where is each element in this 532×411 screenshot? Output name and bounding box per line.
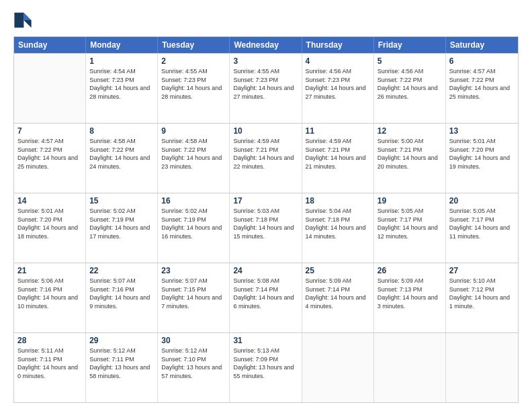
cell-info: Sunrise: 5:02 AM Sunset: 7:19 PM Dayligh… [89, 207, 154, 240]
cell-info: Sunrise: 4:57 AM Sunset: 7:22 PM Dayligh… [449, 67, 515, 101]
cell-info: Sunrise: 5:10 AM Sunset: 7:12 PM Dayligh… [449, 277, 515, 310]
cell-info: Sunrise: 5:05 AM Sunset: 7:17 PM Dayligh… [378, 207, 442, 240]
day-number: 9 [161, 126, 226, 136]
calendar-day-header: Thursday [302, 37, 374, 53]
day-number: 29 [89, 336, 154, 345]
calendar-day-header: Friday [374, 37, 446, 53]
cell-info: Sunrise: 5:07 AM Sunset: 7:15 PM Dayligh… [161, 277, 226, 310]
day-number: 21 [17, 266, 82, 275]
calendar-week-3: 14Sunrise: 5:01 AM Sunset: 7:20 PM Dayli… [14, 193, 518, 263]
table-row: 26Sunrise: 5:09 AM Sunset: 7:13 PM Dayli… [374, 263, 446, 332]
table-row: 12Sunrise: 5:00 AM Sunset: 7:21 PM Dayli… [374, 124, 446, 193]
cell-info: Sunrise: 4:54 AM Sunset: 7:23 PM Dayligh… [89, 67, 154, 101]
cell-info: Sunrise: 5:01 AM Sunset: 7:20 PM Dayligh… [449, 137, 515, 171]
day-number: 26 [378, 266, 442, 275]
day-number: 11 [306, 126, 370, 136]
svg-marker-1 [24, 20, 31, 28]
cell-info: Sunrise: 5:05 AM Sunset: 7:17 PM Dayligh… [449, 207, 515, 240]
day-number: 25 [306, 266, 370, 275]
cell-info: Sunrise: 5:12 AM Sunset: 7:11 PM Dayligh… [89, 347, 154, 380]
day-number: 23 [161, 266, 226, 275]
cell-info: Sunrise: 5:07 AM Sunset: 7:16 PM Dayligh… [89, 277, 154, 310]
cell-info: Sunrise: 4:58 AM Sunset: 7:22 PM Dayligh… [89, 137, 154, 171]
table-row: 13Sunrise: 5:01 AM Sunset: 7:20 PM Dayli… [446, 124, 518, 193]
calendar: SundayMondayTuesdayWednesdayThursdayFrid… [13, 36, 519, 403]
day-number: 28 [17, 336, 82, 345]
calendar-header: SundayMondayTuesdayWednesdayThursdayFrid… [14, 37, 518, 53]
table-row: 25Sunrise: 5:09 AM Sunset: 7:14 PM Dayli… [302, 263, 374, 332]
cell-info: Sunrise: 5:04 AM Sunset: 7:18 PM Dayligh… [306, 207, 370, 240]
day-number: 10 [233, 126, 298, 136]
day-number: 30 [161, 336, 226, 345]
cell-info: Sunrise: 5:11 AM Sunset: 7:11 PM Dayligh… [17, 347, 82, 380]
cell-info: Sunrise: 4:56 AM Sunset: 7:22 PM Dayligh… [378, 67, 442, 101]
logo [13, 11, 35, 30]
day-number: 22 [89, 266, 154, 275]
table-row: 29Sunrise: 5:12 AM Sunset: 7:11 PM Dayli… [86, 333, 158, 402]
table-row: 4Sunrise: 4:56 AM Sunset: 7:23 PM Daylig… [302, 54, 374, 123]
day-number: 3 [233, 56, 298, 66]
cell-info: Sunrise: 5:09 AM Sunset: 7:13 PM Dayligh… [378, 277, 442, 310]
cell-info: Sunrise: 4:56 AM Sunset: 7:23 PM Dayligh… [306, 67, 370, 101]
day-number: 7 [17, 126, 82, 136]
table-row: 28Sunrise: 5:11 AM Sunset: 7:11 PM Dayli… [14, 333, 86, 402]
table-row: 3Sunrise: 4:55 AM Sunset: 7:23 PM Daylig… [230, 54, 302, 123]
cell-info: Sunrise: 5:06 AM Sunset: 7:16 PM Dayligh… [17, 277, 82, 310]
calendar-day-header: Monday [86, 37, 158, 53]
cell-info: Sunrise: 5:08 AM Sunset: 7:14 PM Dayligh… [233, 277, 298, 310]
table-row [374, 333, 446, 402]
table-row: 23Sunrise: 5:07 AM Sunset: 7:15 PM Dayli… [158, 263, 230, 332]
table-row: 20Sunrise: 5:05 AM Sunset: 7:17 PM Dayli… [446, 193, 518, 263]
table-row: 24Sunrise: 5:08 AM Sunset: 7:14 PM Dayli… [230, 263, 302, 332]
cell-info: Sunrise: 4:58 AM Sunset: 7:22 PM Dayligh… [161, 137, 226, 171]
day-number: 18 [306, 196, 370, 205]
table-row: 19Sunrise: 5:05 AM Sunset: 7:17 PM Dayli… [374, 193, 446, 263]
table-row [302, 333, 374, 402]
table-row: 31Sunrise: 5:13 AM Sunset: 7:09 PM Dayli… [230, 333, 302, 402]
table-row: 11Sunrise: 4:59 AM Sunset: 7:21 PM Dayli… [302, 124, 374, 193]
svg-marker-0 [24, 13, 31, 20]
cell-info: Sunrise: 4:55 AM Sunset: 7:23 PM Dayligh… [161, 67, 226, 101]
day-number: 1 [89, 56, 154, 66]
table-row: 9Sunrise: 4:58 AM Sunset: 7:22 PM Daylig… [158, 124, 230, 193]
day-number: 17 [233, 196, 298, 205]
calendar-week-1: 1Sunrise: 4:54 AM Sunset: 7:23 PM Daylig… [14, 53, 518, 123]
table-row: 8Sunrise: 4:58 AM Sunset: 7:22 PM Daylig… [86, 124, 158, 193]
page: SundayMondayTuesdayWednesdayThursdayFrid… [0, 0, 532, 411]
table-row: 10Sunrise: 4:59 AM Sunset: 7:21 PM Dayli… [230, 124, 302, 193]
table-row: 1Sunrise: 4:54 AM Sunset: 7:23 PM Daylig… [86, 54, 158, 123]
cell-info: Sunrise: 4:57 AM Sunset: 7:22 PM Dayligh… [17, 137, 82, 171]
table-row: 30Sunrise: 5:12 AM Sunset: 7:10 PM Dayli… [158, 333, 230, 402]
calendar-week-4: 21Sunrise: 5:06 AM Sunset: 7:16 PM Dayli… [14, 263, 518, 332]
cell-info: Sunrise: 5:00 AM Sunset: 7:21 PM Dayligh… [378, 137, 442, 171]
table-row: 22Sunrise: 5:07 AM Sunset: 7:16 PM Dayli… [86, 263, 158, 332]
calendar-body: 1Sunrise: 4:54 AM Sunset: 7:23 PM Daylig… [14, 53, 518, 402]
day-number: 12 [378, 126, 442, 136]
day-number: 2 [161, 56, 226, 66]
cell-info: Sunrise: 4:59 AM Sunset: 7:21 PM Dayligh… [233, 137, 298, 171]
table-row: 15Sunrise: 5:02 AM Sunset: 7:19 PM Dayli… [86, 193, 158, 263]
table-row: 2Sunrise: 4:55 AM Sunset: 7:23 PM Daylig… [158, 54, 230, 123]
logo-icon [13, 11, 32, 30]
day-number: 8 [89, 126, 154, 136]
table-row: 17Sunrise: 5:03 AM Sunset: 7:18 PM Dayli… [230, 193, 302, 263]
calendar-day-header: Sunday [14, 37, 86, 53]
day-number: 16 [161, 196, 226, 205]
table-row: 21Sunrise: 5:06 AM Sunset: 7:16 PM Dayli… [14, 263, 86, 332]
day-number: 14 [17, 196, 82, 205]
cell-info: Sunrise: 4:59 AM Sunset: 7:21 PM Dayligh… [306, 137, 370, 171]
table-row: 6Sunrise: 4:57 AM Sunset: 7:22 PM Daylig… [446, 54, 518, 123]
calendar-day-header: Tuesday [158, 37, 230, 53]
calendar-day-header: Saturday [446, 37, 518, 53]
svg-rect-2 [14, 13, 24, 28]
day-number: 24 [233, 266, 298, 275]
day-number: 4 [306, 56, 370, 66]
cell-info: Sunrise: 4:55 AM Sunset: 7:23 PM Dayligh… [233, 67, 298, 101]
calendar-day-header: Wednesday [230, 37, 302, 53]
day-number: 13 [449, 126, 515, 136]
cell-info: Sunrise: 5:09 AM Sunset: 7:14 PM Dayligh… [306, 277, 370, 310]
table-row: 27Sunrise: 5:10 AM Sunset: 7:12 PM Dayli… [446, 263, 518, 332]
cell-info: Sunrise: 5:02 AM Sunset: 7:19 PM Dayligh… [161, 207, 226, 240]
table-row: 7Sunrise: 4:57 AM Sunset: 7:22 PM Daylig… [14, 124, 86, 193]
table-row: 14Sunrise: 5:01 AM Sunset: 7:20 PM Dayli… [14, 193, 86, 263]
